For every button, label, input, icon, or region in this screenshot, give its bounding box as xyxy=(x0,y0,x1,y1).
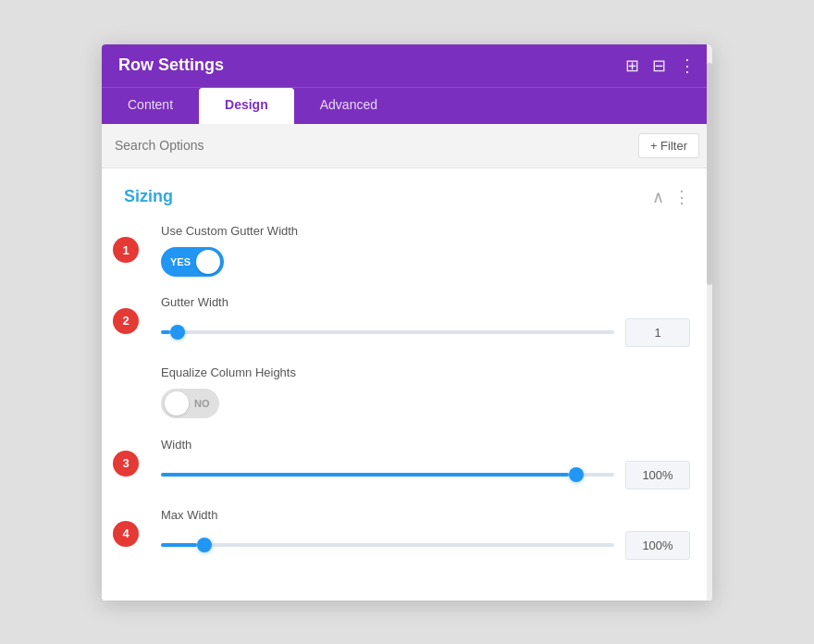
badge-4: 4 xyxy=(113,521,139,547)
max-width-fill xyxy=(161,543,197,547)
max-width-label: Max Width xyxy=(161,508,690,522)
max-width-thumb[interactable] xyxy=(197,538,212,552)
toggle-yes-label: YES xyxy=(170,256,191,267)
gutter-width-track[interactable] xyxy=(161,330,614,334)
filter-button[interactable]: + Filter xyxy=(638,133,699,158)
split-icon[interactable]: ⊟ xyxy=(652,56,666,76)
width-thumb[interactable] xyxy=(569,467,584,482)
equalize-label: Equalize Column Heights xyxy=(161,365,690,379)
max-width-track[interactable] xyxy=(161,543,614,547)
toggle-thumb xyxy=(196,250,220,274)
badge-2: 2 xyxy=(113,308,139,334)
search-input[interactable] xyxy=(115,138,638,153)
scrollbar-thumb[interactable] xyxy=(707,63,712,285)
panel-title: Row Settings xyxy=(118,56,224,75)
tab-content[interactable]: Content xyxy=(102,88,199,124)
equalize-field: Equalize Column Heights NO xyxy=(161,365,690,419)
width-field: 3 Width 100% xyxy=(161,438,690,489)
gutter-width-slider-row: 1 xyxy=(161,318,690,347)
collapse-icon[interactable]: ∧ xyxy=(652,187,664,207)
tab-advanced[interactable]: Advanced xyxy=(294,88,403,124)
custom-gutter-label: Use Custom Gutter Width xyxy=(161,224,690,238)
toggle-no-thumb xyxy=(165,391,189,415)
max-width-slider-row: 100% xyxy=(161,531,690,560)
max-width-value: 100% xyxy=(625,531,690,560)
badge-3: 3 xyxy=(113,451,139,477)
gutter-width-thumb[interactable] xyxy=(170,325,185,340)
resize-icon[interactable]: ⊞ xyxy=(625,56,639,76)
gutter-width-value: 1 xyxy=(625,318,690,347)
max-width-field: 4 Max Width 100% xyxy=(161,508,690,560)
gutter-width-field: 2 Gutter Width 1 xyxy=(161,295,690,347)
tab-bar: Content Design Advanced xyxy=(102,87,712,124)
scrollbar[interactable] xyxy=(707,44,712,601)
toggle-no-label: NO xyxy=(194,398,210,409)
gutter-width-fill xyxy=(161,330,170,334)
width-label: Width xyxy=(161,438,690,452)
section-header: Sizing ∧ ⋮ xyxy=(124,187,690,207)
tab-design[interactable]: Design xyxy=(199,88,294,124)
panel-header: Row Settings ⊞ ⊟ ⋮ xyxy=(102,44,712,87)
section-more-icon[interactable]: ⋮ xyxy=(673,187,690,207)
width-track[interactable] xyxy=(161,473,614,477)
equalize-toggle[interactable]: NO xyxy=(161,389,219,418)
badge-1: 1 xyxy=(113,237,139,263)
section-title: Sizing xyxy=(124,187,173,206)
more-icon[interactable]: ⋮ xyxy=(679,56,696,76)
section-controls: ∧ ⋮ xyxy=(652,187,690,207)
gutter-width-label: Gutter Width xyxy=(161,295,690,309)
width-value: 100% xyxy=(625,461,690,489)
custom-gutter-toggle[interactable]: YES xyxy=(161,247,224,277)
width-slider-row: 100% xyxy=(161,461,690,489)
width-fill xyxy=(161,473,569,477)
custom-gutter-field: 1 Use Custom Gutter Width YES xyxy=(161,224,690,277)
row-settings-panel: Row Settings ⊞ ⊟ ⋮ Content Design Advanc… xyxy=(102,44,712,601)
settings-content: Sizing ∧ ⋮ 1 Use Custom Gutter Width YES… xyxy=(102,168,712,601)
search-bar: + Filter xyxy=(102,124,712,168)
header-icon-group: ⊞ ⊟ ⋮ xyxy=(625,56,696,76)
